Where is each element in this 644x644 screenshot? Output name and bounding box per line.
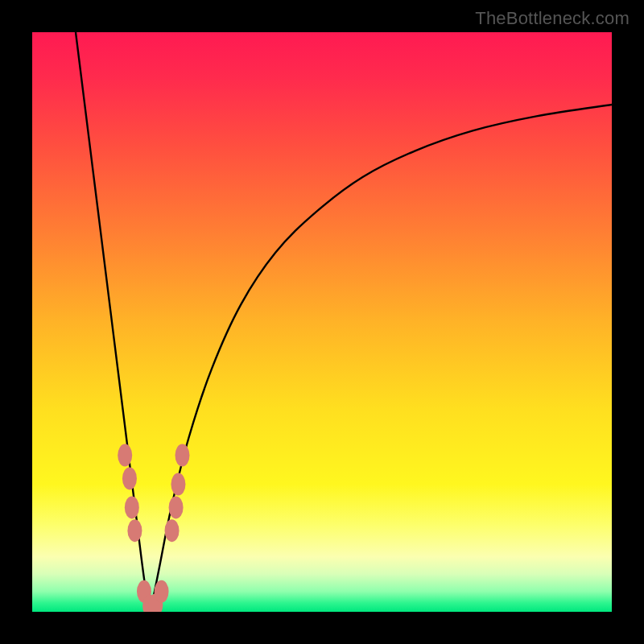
- watermark-text: TheBottleneck.com: [475, 8, 630, 29]
- marker-dot: [169, 496, 184, 518]
- chart-frame: TheBottleneck.com: [0, 0, 644, 644]
- plot-area: [32, 32, 612, 612]
- curve-layer: [32, 32, 612, 612]
- marker-dot: [122, 467, 137, 489]
- marker-dot: [155, 580, 169, 603]
- marker-dot: [127, 519, 142, 542]
- marker-dot: [165, 519, 180, 542]
- marker-dot: [175, 444, 189, 467]
- marker-dot: [125, 496, 139, 518]
- bottleneck-curve-right: [150, 105, 612, 612]
- marker-dot: [171, 473, 185, 496]
- marker-group: [118, 444, 189, 612]
- marker-dot: [118, 444, 132, 467]
